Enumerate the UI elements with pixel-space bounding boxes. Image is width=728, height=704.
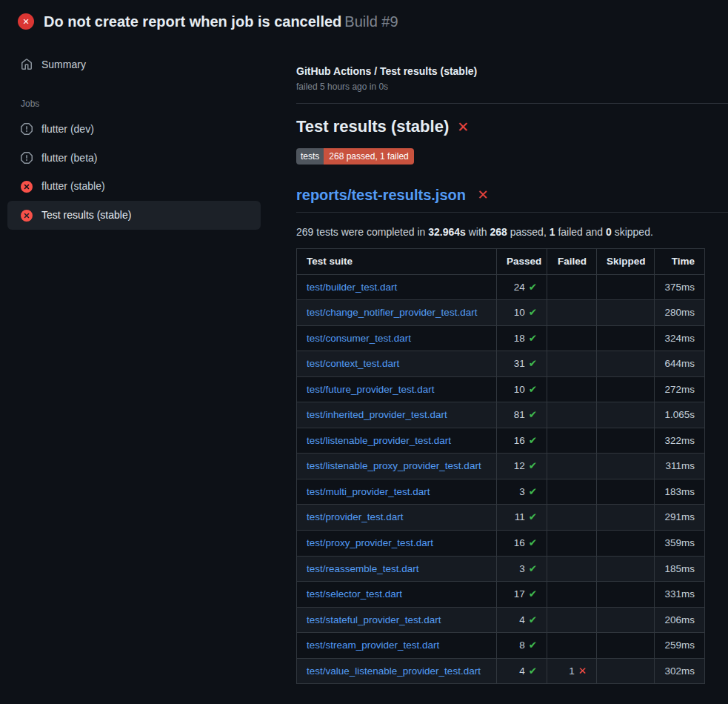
- passed-cell: 3✔: [497, 479, 547, 505]
- suite-link[interactable]: test/stream_provider_test.dart: [307, 640, 439, 651]
- table-row: test/selector_test.dart 17✔ 331ms: [297, 582, 705, 608]
- tests-status-badge: tests 268 passed, 1 failed: [296, 148, 414, 165]
- skipped-cell: [597, 402, 655, 428]
- sidebar-item-label: flutter (beta): [41, 152, 97, 165]
- suite-link[interactable]: test/proxy_provider_test.dart: [307, 537, 433, 548]
- time-cell: 644ms: [655, 351, 705, 377]
- sidebar-item-job[interactable]: flutter (dev): [7, 115, 261, 144]
- results-table: Test suite Passed Failed Skipped Time te…: [296, 248, 705, 684]
- suite-link[interactable]: test/stateful_provider_test.dart: [307, 614, 441, 625]
- failed-cell: [547, 556, 597, 582]
- suite-link[interactable]: test/change_notifier_provider_test.dart: [307, 307, 477, 318]
- time-cell: 206ms: [655, 607, 705, 633]
- suite-cell: test/proxy_provider_test.dart: [297, 531, 497, 557]
- table-row: test/provider_test.dart 11✔ 291ms: [297, 505, 705, 531]
- suite-cell: test/listenable_proxy_provider_test.dart: [297, 454, 497, 479]
- passed-cell: 31✔: [497, 351, 547, 377]
- passed-cell: 12✔: [497, 454, 547, 479]
- suite-link[interactable]: test/context_test.dart: [307, 358, 399, 369]
- time-cell: 311ms: [655, 454, 705, 479]
- failed-cell: [547, 325, 597, 351]
- cancelled-icon: [21, 152, 33, 164]
- skipped-cell: [597, 505, 655, 531]
- time-cell: 183ms: [655, 479, 705, 505]
- suite-link[interactable]: test/value_listenable_provider_test.dart: [307, 665, 481, 677]
- build-number: Build #9: [344, 13, 398, 30]
- table-row: test/inherited_provider_test.dart 81✔ 1.…: [297, 402, 705, 428]
- failed-cell: [547, 633, 597, 659]
- breadcrumb: GitHub Actions / Test results (stable): [296, 65, 728, 77]
- passed-cell: 17✔: [497, 582, 547, 608]
- sidebar: Summary Jobs flutter (dev) flutter (: [0, 40, 270, 230]
- suite-cell: test/reassemble_test.dart: [297, 556, 497, 582]
- skipped-cell: [597, 325, 655, 351]
- skipped-cell: [597, 607, 655, 633]
- skipped-cell: [597, 300, 655, 326]
- header-divider: [296, 103, 728, 104]
- sidebar-item-job[interactable]: Test results (stable): [7, 201, 261, 230]
- failed-cell: [547, 300, 597, 326]
- failed-cell: [547, 531, 597, 557]
- col-header-test-suite: Test suite: [297, 249, 497, 275]
- failed-x-circle-icon: ✕: [18, 13, 34, 30]
- sidebar-item-job[interactable]: flutter (stable): [7, 172, 261, 201]
- failed-cell: [547, 582, 597, 608]
- table-row: test/change_notifier_provider_test.dart …: [297, 300, 705, 326]
- time-cell: 324ms: [655, 325, 705, 351]
- time-cell: 259ms: [655, 633, 705, 659]
- failed-cell: [547, 274, 597, 300]
- report-title: reports/test-results.json ✕: [296, 187, 728, 213]
- col-header-time: Time: [655, 249, 705, 275]
- home-icon: [21, 59, 33, 70]
- skipped-cell: [597, 556, 655, 582]
- suite-link[interactable]: test/selector_test.dart: [307, 588, 402, 600]
- failed-cell: [547, 376, 597, 402]
- suite-cell: test/inherited_provider_test.dart: [297, 402, 497, 428]
- suite-link[interactable]: test/reassemble_test.dart: [307, 563, 419, 574]
- time-cell: 185ms: [655, 556, 705, 582]
- table-row: test/listenable_proxy_provider_test.dart…: [297, 454, 705, 479]
- passed-cell: 3✔: [497, 556, 547, 582]
- passed-cell: 24✔: [497, 274, 547, 300]
- section-title: Test results (stable) ✕: [296, 117, 728, 136]
- sidebar-item-label: flutter (stable): [41, 180, 105, 193]
- failed-cell: [547, 428, 597, 454]
- suite-link[interactable]: test/builder_test.dart: [307, 282, 397, 293]
- failed-cell: [547, 454, 597, 479]
- sidebar-item-summary[interactable]: Summary: [7, 50, 261, 79]
- badge-label: tests: [296, 148, 324, 165]
- passed-cell: 16✔: [497, 428, 547, 454]
- table-row: test/builder_test.dart 24✔ 375ms: [297, 274, 705, 300]
- skipped-cell: [597, 479, 655, 505]
- time-cell: 331ms: [655, 582, 705, 608]
- suite-cell: test/selector_test.dart: [297, 582, 497, 608]
- sidebar-item-job[interactable]: flutter (beta): [7, 144, 261, 173]
- main-content: GitHub Actions / Test results (stable) f…: [270, 40, 728, 684]
- col-header-failed: Failed: [547, 249, 597, 275]
- failed-cell: [547, 607, 597, 633]
- passed-cell: 16✔: [497, 531, 547, 557]
- suite-link[interactable]: test/future_provider_test.dart: [307, 384, 435, 395]
- suite-link[interactable]: test/consumer_test.dart: [307, 333, 411, 344]
- skipped-cell: [597, 428, 655, 454]
- x-circle-icon: [21, 210, 33, 222]
- table-row: test/context_test.dart 31✔ 644ms: [297, 351, 705, 377]
- skipped-cell: [597, 658, 655, 684]
- passed-cell: 81✔: [497, 402, 547, 428]
- suite-link[interactable]: test/inherited_provider_test.dart: [307, 409, 447, 420]
- failed-x-icon: ✕: [457, 120, 469, 134]
- suite-link[interactable]: test/listenable_proxy_provider_test.dart: [307, 460, 481, 471]
- jobs-section-label: Jobs: [7, 79, 261, 115]
- suite-link[interactable]: test/multi_provider_test.dart: [307, 486, 430, 497]
- passed-cell: 8✔: [497, 633, 547, 659]
- suite-cell: test/stream_provider_test.dart: [297, 633, 497, 659]
- report-link[interactable]: reports/test-results.json: [296, 187, 466, 203]
- suite-link[interactable]: test/listenable_provider_test.dart: [307, 435, 451, 446]
- suite-link[interactable]: test/provider_test.dart: [307, 511, 404, 522]
- cancelled-icon: [21, 123, 33, 135]
- passed-cell: 10✔: [497, 300, 547, 326]
- time-cell: 302ms: [655, 658, 705, 684]
- sidebar-item-label: Test results (stable): [41, 209, 131, 222]
- suite-cell: test/context_test.dart: [297, 351, 497, 377]
- badge-value: 268 passed, 1 failed: [324, 148, 413, 165]
